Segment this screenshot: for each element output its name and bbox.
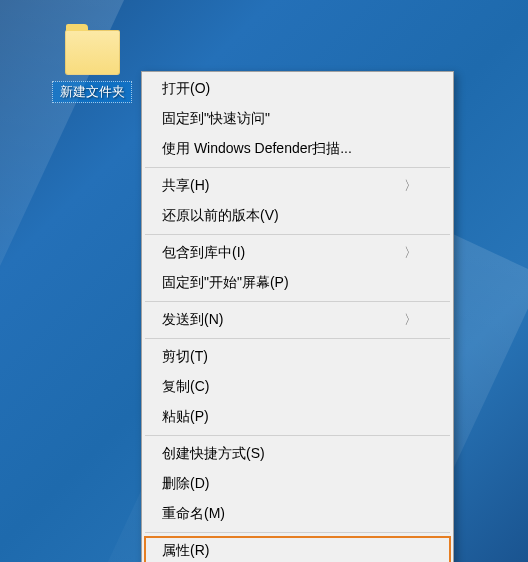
menu-separator (145, 167, 450, 168)
folder-label: 新建文件夹 (52, 81, 132, 103)
menu-item-copy[interactable]: 复制(C) (144, 372, 451, 402)
menu-label: 创建快捷方式(S) (162, 445, 265, 463)
chevron-right-icon: 〉 (404, 177, 421, 195)
menu-label: 包含到库中(I) (162, 244, 245, 262)
menu-label: 固定到"开始"屏幕(P) (162, 274, 289, 292)
menu-label: 删除(D) (162, 475, 209, 493)
menu-separator (145, 301, 450, 302)
menu-separator (145, 234, 450, 235)
menu-item-cut[interactable]: 剪切(T) (144, 342, 451, 372)
menu-item-pin-to-start[interactable]: 固定到"开始"屏幕(P) (144, 268, 451, 298)
menu-item-defender-scan[interactable]: 使用 Windows Defender扫描... (144, 134, 451, 164)
chevron-right-icon: 〉 (404, 244, 421, 262)
chevron-right-icon: 〉 (404, 311, 421, 329)
menu-item-open[interactable]: 打开(O) (144, 74, 451, 104)
menu-label: 剪切(T) (162, 348, 208, 366)
menu-label: 重命名(M) (162, 505, 225, 523)
menu-label: 属性(R) (162, 542, 209, 560)
menu-label: 发送到(N) (162, 311, 223, 329)
menu-item-delete[interactable]: 删除(D) (144, 469, 451, 499)
desktop-folder-icon[interactable]: 新建文件夹 (52, 30, 132, 103)
menu-label: 还原以前的版本(V) (162, 207, 279, 225)
desktop-background: 新建文件夹 打开(O) 固定到"快速访问" 使用 Windows Defende… (0, 0, 528, 562)
menu-separator (145, 532, 450, 533)
menu-label: 打开(O) (162, 80, 210, 98)
folder-icon (65, 30, 120, 75)
menu-item-create-shortcut[interactable]: 创建快捷方式(S) (144, 439, 451, 469)
menu-item-paste[interactable]: 粘贴(P) (144, 402, 451, 432)
menu-label: 共享(H) (162, 177, 209, 195)
menu-label: 固定到"快速访问" (162, 110, 270, 128)
menu-item-pin-quick-access[interactable]: 固定到"快速访问" (144, 104, 451, 134)
menu-label: 复制(C) (162, 378, 209, 396)
menu-label: 粘贴(P) (162, 408, 209, 426)
menu-item-properties[interactable]: 属性(R) (144, 536, 451, 562)
menu-separator (145, 338, 450, 339)
context-menu: 打开(O) 固定到"快速访问" 使用 Windows Defender扫描...… (141, 71, 454, 562)
menu-item-share[interactable]: 共享(H) 〉 (144, 171, 451, 201)
menu-label: 使用 Windows Defender扫描... (162, 140, 352, 158)
menu-item-include-in-library[interactable]: 包含到库中(I) 〉 (144, 238, 451, 268)
menu-item-restore-versions[interactable]: 还原以前的版本(V) (144, 201, 451, 231)
menu-item-send-to[interactable]: 发送到(N) 〉 (144, 305, 451, 335)
menu-separator (145, 435, 450, 436)
menu-item-rename[interactable]: 重命名(M) (144, 499, 451, 529)
